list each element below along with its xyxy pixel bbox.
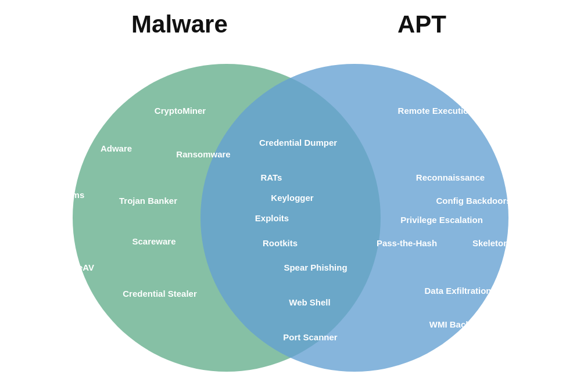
label-fakeav: FakeAV bbox=[63, 262, 94, 272]
apt-title: APT bbox=[397, 10, 446, 38]
label-rootkits: Rootkits bbox=[263, 238, 298, 248]
titles-row: Malware APT bbox=[0, 0, 566, 38]
label-golden-ticket: Golden Ticket bbox=[407, 364, 465, 374]
label-trojan-banker: Trojan Banker bbox=[119, 196, 177, 206]
label-spyware: Spyware bbox=[148, 364, 184, 374]
label-cryptominer: CryptoMiner bbox=[155, 106, 206, 116]
label-spear-phishing: Spear Phishing bbox=[284, 262, 347, 272]
label-rats: RATs bbox=[261, 172, 282, 182]
label-keylogger: Keylogger bbox=[271, 193, 313, 203]
venn-area: CryptoMiner Adware Ransomware Worms Troj… bbox=[12, 35, 554, 383]
label-data-exfiltration: Data Exfiltration bbox=[424, 286, 491, 296]
label-pass-the-hash: Pass-the-Hash bbox=[377, 238, 437, 248]
label-web-shell: Web Shell bbox=[289, 297, 330, 307]
label-privilege-escalation: Privilege Escalation bbox=[400, 215, 483, 225]
label-bots: Bots bbox=[98, 329, 117, 339]
venn-svg bbox=[12, 35, 554, 383]
label-credential-stealer: Credential Stealer bbox=[123, 289, 197, 299]
label-ransomware: Ransomware bbox=[176, 149, 230, 159]
label-remote-execution: Remote Execution bbox=[398, 106, 474, 116]
label-worms: Worms bbox=[55, 190, 85, 200]
label-port-scanner: Port Scanner bbox=[283, 332, 337, 342]
malware-title: Malware bbox=[131, 10, 228, 38]
label-skeleton-key: Skeleton Key bbox=[472, 238, 527, 248]
label-scareware: Scareware bbox=[132, 236, 175, 246]
label-reconnaissance: Reconnaissance bbox=[416, 172, 485, 182]
label-config-backdoors: Config Backdoors bbox=[436, 196, 511, 206]
label-adware: Adware bbox=[101, 143, 132, 153]
label-exploits: Exploits bbox=[255, 213, 289, 223]
label-credential-dumper: Credential Dumper bbox=[259, 138, 337, 148]
label-wmi-backdoors: WMI Backdoors bbox=[429, 319, 495, 329]
venn-diagram-container: Malware APT CryptoMiner Adware Ransomwar… bbox=[0, 0, 566, 392]
